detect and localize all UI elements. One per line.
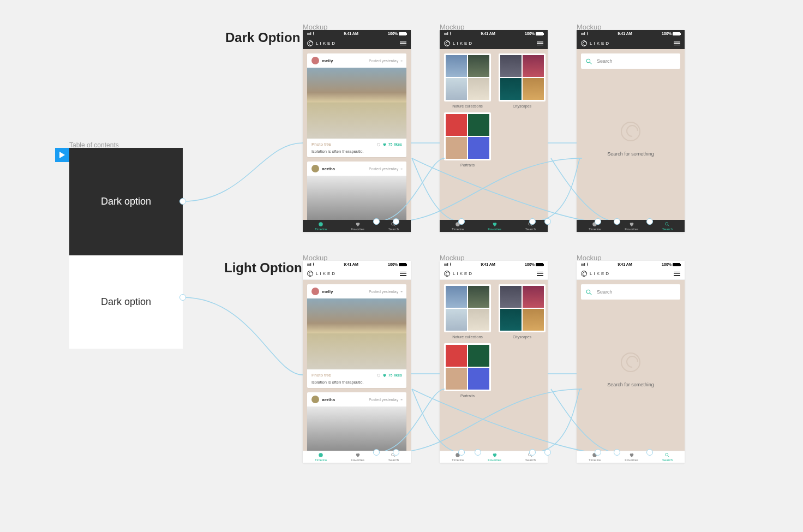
mockup-favorites-light[interactable]: ıııl⌇ 9:41 AM 100% LIKED Nature collecti… — [440, 261, 548, 463]
search-input[interactable]: Search — [581, 284, 680, 300]
flow-node[interactable] — [475, 449, 481, 456]
tab-favorites[interactable]: Favorites — [488, 452, 501, 462]
battery-pct: 100% — [388, 262, 398, 266]
tab-search[interactable]: Search — [662, 452, 673, 462]
flow-node[interactable] — [614, 449, 620, 456]
wifi-icon: ⌇ — [450, 262, 451, 267]
brand[interactable]: LIKED — [444, 271, 474, 277]
flow-node[interactable] — [614, 218, 620, 225]
brand-logo-large-icon — [621, 352, 640, 372]
heart-icon — [629, 222, 634, 227]
feed-card[interactable]: aertha Posted yesterday··· — [307, 392, 406, 451]
svg-line-21 — [668, 456, 670, 457]
search-input[interactable]: Search — [581, 53, 680, 69]
collections-body[interactable]: Nature collections Cityscapes Portraits — [440, 49, 548, 220]
post-image[interactable] — [307, 176, 406, 220]
collections-body[interactable]: Nature collections Cityscapes Portraits — [440, 280, 548, 451]
menu-icon[interactable] — [400, 272, 406, 276]
brand-text: LIKED — [316, 41, 337, 46]
flow-node[interactable] — [458, 218, 465, 225]
status-time: 9:41 AM — [344, 262, 358, 266]
flow-node[interactable] — [373, 449, 380, 456]
post-image[interactable] — [307, 407, 406, 451]
flow-node[interactable] — [595, 449, 601, 456]
avatar[interactable] — [311, 57, 319, 64]
collection-card[interactable] — [444, 284, 491, 332]
collection-card[interactable] — [499, 53, 546, 101]
flow-node[interactable] — [373, 218, 380, 225]
feed-body[interactable]: melly Posted yesterday··· Photo title 75… — [303, 280, 411, 451]
mockup-favorites-dark[interactable]: ıııl⌇ 9:41 AM 100% LIKED Nature collecti… — [440, 30, 548, 232]
toc-light-option[interactable]: Dark option — [69, 255, 183, 349]
collection-card[interactable] — [499, 284, 546, 332]
toc-dark-option[interactable]: Dark option — [69, 148, 183, 255]
avatar[interactable] — [311, 165, 319, 172]
mockup-search-light[interactable]: ıııl⌇ 9:41 AM 100% LIKED Search Search f… — [577, 261, 685, 463]
flow-node[interactable] — [544, 218, 551, 225]
menu-icon[interactable] — [400, 41, 406, 45]
menu-icon[interactable] — [537, 41, 543, 45]
flow-node[interactable] — [529, 449, 536, 456]
menu-icon[interactable] — [674, 272, 680, 276]
flow-node[interactable] — [595, 218, 601, 225]
username[interactable]: melly — [322, 58, 333, 63]
tab-favorites[interactable]: Favorites — [488, 222, 501, 231]
collection-card[interactable] — [444, 112, 491, 160]
design-canvas[interactable]: Table of contents Dark option Dark optio… — [0, 0, 803, 532]
battery-icon — [673, 32, 680, 35]
feed-card[interactable]: aertha Posted yesterday··· — [307, 162, 406, 220]
mockup-timeline-light[interactable]: ıııl⌇ 9:41 AM 100% LIKED melly Posted ye… — [303, 261, 411, 463]
flow-node[interactable] — [393, 218, 399, 225]
menu-icon[interactable] — [674, 41, 680, 45]
search-body[interactable]: Search Search for something — [577, 49, 685, 220]
more-icon[interactable]: ··· — [400, 398, 402, 402]
feed-card[interactable]: melly Posted yesterday··· Photo title 75… — [307, 53, 406, 157]
post-image[interactable] — [307, 298, 406, 369]
flow-node[interactable] — [529, 218, 536, 225]
more-icon[interactable]: ··· — [400, 59, 402, 63]
tab-favorites[interactable]: Favorites — [625, 452, 638, 462]
username[interactable]: aertha — [322, 166, 335, 171]
flow-node[interactable] — [646, 218, 653, 225]
play-icon — [59, 152, 65, 158]
tab-timeline[interactable]: Timeline — [315, 452, 327, 462]
wifi-icon: ⌇ — [313, 262, 314, 267]
brand[interactable]: LIKED — [307, 271, 337, 277]
post-image[interactable] — [307, 68, 406, 139]
brand[interactable]: LIKED — [444, 40, 474, 46]
like-count[interactable]: 75 likes — [376, 142, 402, 147]
brand-logo-large-icon — [621, 122, 640, 141]
username[interactable]: aertha — [322, 397, 335, 402]
brand[interactable]: LIKED — [581, 40, 610, 46]
search-body[interactable]: Search Search for something — [577, 280, 685, 451]
avatar[interactable] — [311, 288, 319, 295]
toc-frame[interactable]: Dark option Dark option — [69, 148, 183, 349]
username[interactable]: melly — [322, 289, 333, 294]
tab-favorites[interactable]: Favorites — [351, 452, 364, 462]
flow-node[interactable] — [179, 294, 186, 301]
tab-favorites[interactable]: Favorites — [351, 222, 364, 231]
tab-favorites[interactable]: Favorites — [625, 222, 638, 231]
flow-node[interactable] — [544, 449, 551, 456]
brand[interactable]: LIKED — [581, 271, 610, 277]
mockup-search-dark[interactable]: ıııl⌇ 9:41 AM 100% LIKED Search Search f… — [577, 30, 685, 232]
flow-node[interactable] — [179, 198, 186, 205]
tab-search[interactable]: Search — [662, 222, 673, 231]
flow-node[interactable] — [393, 449, 399, 456]
more-icon[interactable]: ··· — [400, 167, 402, 171]
more-icon[interactable]: ··· — [400, 290, 402, 294]
flow-node[interactable] — [646, 449, 653, 456]
brand[interactable]: LIKED — [307, 40, 337, 46]
feed-card[interactable]: melly Posted yesterday··· Photo title 75… — [307, 284, 406, 388]
collection-card[interactable] — [444, 53, 491, 101]
tab-timeline[interactable]: Timeline — [315, 222, 327, 231]
play-button[interactable] — [55, 148, 69, 162]
like-count[interactable]: 75 likes — [376, 373, 402, 378]
mockup-timeline-dark[interactable]: ıııl⌇ 9:41 AM 100% LIKED melly Posted ye… — [303, 30, 411, 232]
menu-icon[interactable] — [537, 272, 543, 276]
avatar[interactable] — [311, 396, 319, 403]
flow-node[interactable] — [458, 449, 465, 456]
svg-line-18 — [590, 293, 591, 295]
feed-body[interactable]: melly Posted yesterday··· Photo title 75… — [303, 49, 411, 220]
collection-card[interactable] — [444, 343, 491, 391]
